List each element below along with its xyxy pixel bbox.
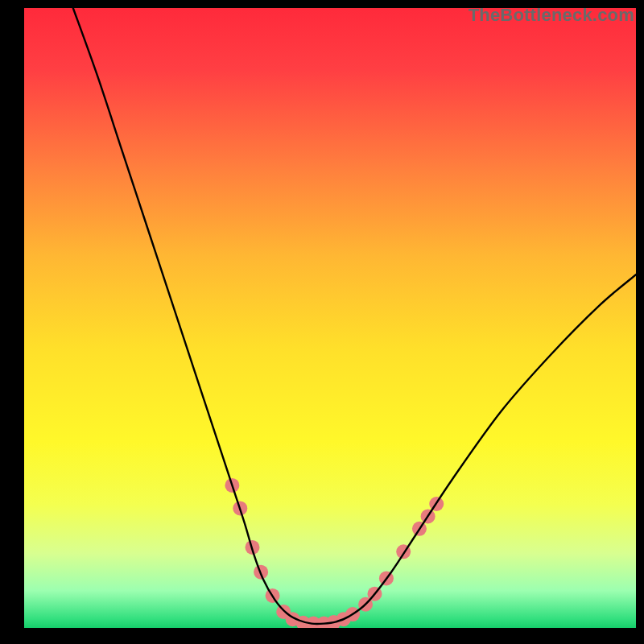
chart-svg xyxy=(24,8,636,628)
chart-plot-area xyxy=(24,8,636,628)
chart-stage: TheBottleneck.com xyxy=(0,0,644,644)
watermark-label: TheBottleneck.com xyxy=(469,5,634,26)
chart-background xyxy=(24,8,636,628)
